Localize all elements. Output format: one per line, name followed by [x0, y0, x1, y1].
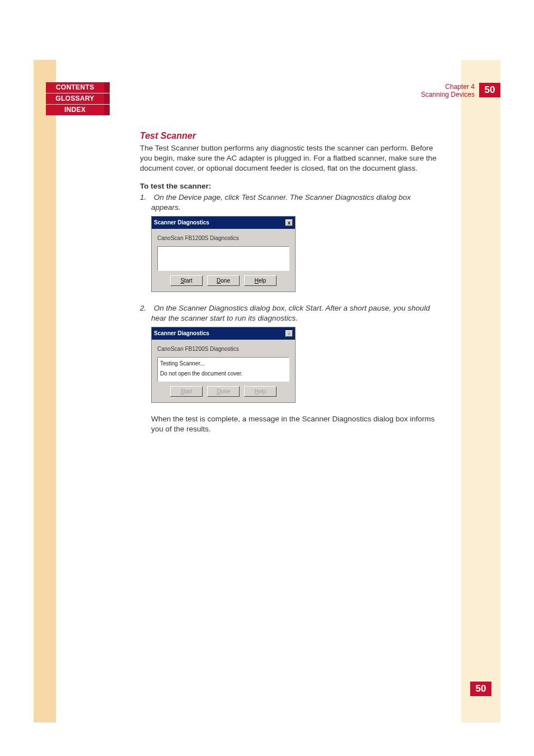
right-margin-column: [461, 60, 500, 722]
close-icon[interactable]: x: [285, 219, 293, 226]
nav-glossary[interactable]: GLOSSARY: [46, 93, 110, 104]
intro-paragraph: The Test Scanner button performs any dia…: [140, 143, 437, 173]
nav-contents[interactable]: CONTENTS: [46, 82, 110, 93]
scanner-diagnostics-dialog-2: Scanner Diagnostics x CanoScan FB1200S D…: [151, 327, 296, 403]
dialog-titlebar: Scanner Diagnostics x: [152, 217, 295, 229]
page-number-bottom: 50: [470, 682, 491, 696]
left-margin-strip: [34, 60, 56, 722]
step-1: 1. On the Device page, click Test Scanne…: [140, 192, 437, 213]
dialog-title: Scanner Diagnostics: [154, 328, 209, 339]
device-name-label: CanoScan FB1200S Diagnostics: [157, 233, 289, 243]
step-2: 2. On the Scanner Diagnostics dialog box…: [140, 303, 437, 323]
main-content: Test Scanner The Test Scanner button per…: [140, 131, 437, 442]
done-button[interactable]: Done: [207, 275, 240, 286]
nav-tabs: CONTENTS GLOSSARY INDEX: [46, 82, 110, 116]
start-button[interactable]: Start: [170, 275, 203, 286]
chapter-header: Chapter 4 Scanning Devices 50: [421, 83, 500, 98]
section-heading: Test Scanner: [140, 131, 437, 141]
status-line-1: Testing Scanner...: [160, 359, 287, 369]
procedure-heading: To test the scanner:: [140, 181, 437, 191]
status-line-2: Do not open the document cover.: [160, 369, 287, 379]
chapter-section: Scanning Devices: [421, 91, 475, 98]
close-icon: x: [285, 330, 293, 337]
device-name-label: CanoScan FB1200S Diagnostics: [157, 344, 289, 354]
help-button[interactable]: Help: [244, 275, 277, 286]
status-box: [157, 246, 289, 271]
result-paragraph: When the test is complete, a message in …: [140, 414, 437, 434]
chapter-number: Chapter 4: [421, 83, 475, 91]
dialog-title: Scanner Diagnostics: [154, 218, 209, 228]
dialog-titlebar: Scanner Diagnostics x: [152, 327, 295, 340]
start-button: Start: [170, 386, 203, 397]
help-button: Help: [244, 386, 277, 397]
nav-index[interactable]: INDEX: [46, 105, 110, 115]
scanner-diagnostics-dialog-1: Scanner Diagnostics x CanoScan FB1200S D…: [151, 216, 296, 292]
page-number-top: 50: [479, 83, 500, 97]
done-button: Done: [207, 386, 240, 397]
status-box: Testing Scanner... Do not open the docum…: [157, 357, 289, 382]
